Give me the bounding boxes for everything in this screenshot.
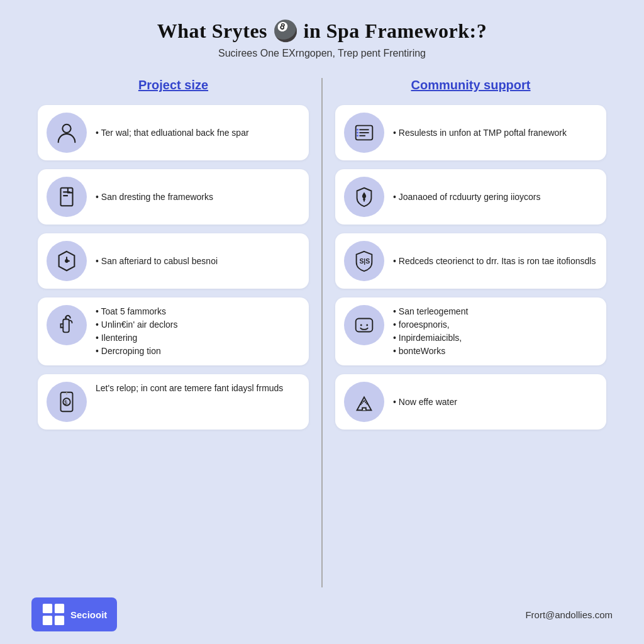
left-item-5-text: Let's relop; in cont are temere fant ida… <box>96 382 283 395</box>
right-item-2: Joanaoed of rcduurty gering iioycors <box>335 169 606 225</box>
svg-text:S|S: S|S <box>359 258 370 265</box>
svg-point-23 <box>366 325 368 326</box>
svg-rect-28 <box>55 616 64 625</box>
svg-rect-27 <box>43 616 52 625</box>
main-title: What Srytes 🎱 in Spa Framework:? <box>157 19 487 43</box>
footer-left-label: Seciooit <box>70 609 107 620</box>
left-item-5: $ Let's relop; in cont are temere fant i… <box>38 374 309 430</box>
svg-rect-1 <box>61 188 73 206</box>
svg-rect-26 <box>55 604 64 613</box>
svg-point-22 <box>360 325 362 326</box>
svg-point-16 <box>357 132 358 134</box>
phone-dollar-icon: $ <box>47 382 87 422</box>
left-item-2: San dresting the frameworks <box>38 169 309 225</box>
left-column-header: Project size <box>38 78 309 92</box>
right-column-header: Community support <box>335 78 606 92</box>
footer-left-badge: Seciooit <box>31 597 117 631</box>
left-item-4-text: Toat 5 fammorks Unlin€in' air declors Il… <box>96 305 178 358</box>
footer: Seciooit Frort@andollies.com <box>25 597 619 631</box>
shield-drop-icon <box>344 177 384 217</box>
left-item-1-text: Ter wal; that edluational back fne spar <box>96 126 249 140</box>
content-area: Project size Ter wal; that edluational b… <box>25 78 619 587</box>
svg-point-18 <box>363 198 365 201</box>
subtitle: Sucirees One EXrngopen, Trep pent Frenti… <box>218 48 426 59</box>
left-item-2-text: San dresting the frameworks <box>96 191 213 204</box>
smiley-envelope-icon <box>344 305 384 345</box>
fire-extinguisher-icon <box>47 305 87 345</box>
footer-right-label: Frort@andollies.com <box>525 609 613 620</box>
left-column: Project size Ter wal; that edluational b… <box>25 78 323 587</box>
person-icon <box>47 113 87 153</box>
right-item-2-text: Joanaoed of rcduurty gering iioycors <box>393 191 540 204</box>
list-card-icon <box>344 113 384 153</box>
right-item-4: San terleogement foroespnoris, Inpirdemi… <box>335 297 606 365</box>
mountain-icon <box>344 382 384 422</box>
right-item-4-text: San terleogement foroespnoris, Inpirdemi… <box>393 305 468 358</box>
svg-point-15 <box>357 129 358 131</box>
right-column: Community support Resulests in unfon at … <box>323 78 619 587</box>
svg-text:$: $ <box>64 399 67 406</box>
clock-hex-icon <box>47 241 87 281</box>
svg-point-17 <box>357 135 358 136</box>
right-item-5: Now effe water <box>335 374 606 430</box>
left-item-3-text: San afteriard to cabusl besnoi <box>96 255 218 268</box>
svg-rect-25 <box>43 604 52 613</box>
page-icon <box>47 177 87 217</box>
right-item-3: S|S Redceds cteorienct to drr. Itas is r… <box>335 233 606 289</box>
left-item-4: Toat 5 fammorks Unlin€in' air declors Il… <box>38 297 309 365</box>
right-item-1: Resulests in unfon at TMP poftal franewo… <box>335 105 606 160</box>
right-item-3-text: Redceds cteorienct to drr. Itas is ron t… <box>393 255 596 268</box>
right-item-1-text: Resulests in unfon at TMP poftal franewo… <box>393 126 567 140</box>
svg-point-0 <box>62 125 70 133</box>
svg-rect-6 <box>63 319 69 333</box>
shield-ss-icon: S|S <box>344 241 384 281</box>
right-item-5-text: Now effe water <box>393 396 457 409</box>
left-item-3: San afteriard to cabusl besnoi <box>38 233 309 289</box>
left-item-1: Ter wal; that edluational back fne spar <box>38 105 309 160</box>
